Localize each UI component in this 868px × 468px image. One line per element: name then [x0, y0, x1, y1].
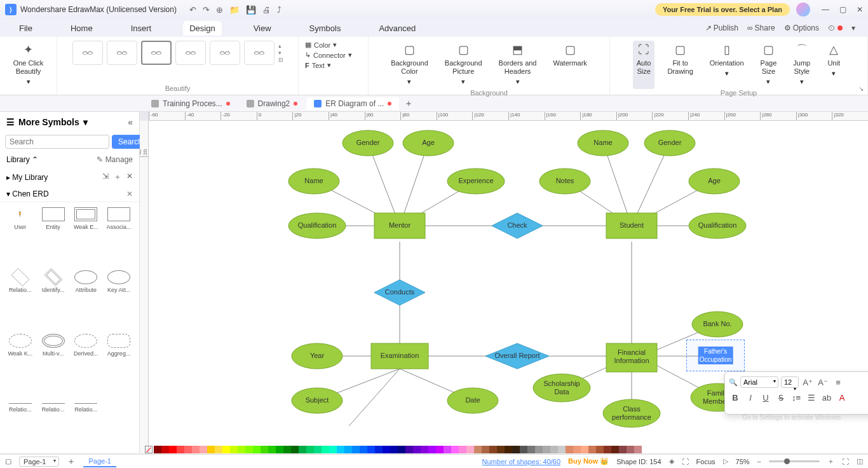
color-swatch[interactable]: [268, 446, 276, 453]
dialog-launcher-icon[interactable]: ↘: [858, 85, 864, 92]
shape-item[interactable]: Aggreg...: [104, 334, 134, 392]
auto-size-button[interactable]: ⛶Auto Size: [633, 41, 655, 89]
page-tab[interactable]: Page-1: [83, 456, 116, 467]
color-swatch[interactable]: [505, 446, 512, 453]
layers-icon[interactable]: ◈: [669, 457, 674, 465]
style-thumb[interactable]: ⬭⬭: [72, 41, 103, 65]
color-swatch[interactable]: [566, 446, 573, 453]
color-swatch[interactable]: [352, 446, 360, 453]
focus-button[interactable]: Focus: [696, 458, 715, 465]
style-thumb[interactable]: ⬭⬭: [107, 41, 137, 65]
my-library-item[interactable]: ▸ My Library: [6, 173, 48, 182]
lib-close-icon[interactable]: ✕: [126, 172, 133, 182]
color-swatch[interactable]: [238, 446, 245, 453]
orientation-button[interactable]: ▯Orientation ▾: [706, 41, 748, 89]
close-icon[interactable]: ✕: [857, 5, 863, 14]
fit-drawing-button[interactable]: ▢Fit to Drawing: [663, 41, 696, 89]
buy-now-button[interactable]: Buy Now 👑: [568, 457, 609, 465]
menu-insert[interactable]: Insert: [125, 21, 158, 36]
color-swatch[interactable]: [619, 446, 627, 453]
user-avatar[interactable]: [796, 3, 810, 17]
gallery-up-icon[interactable]: ▴: [278, 43, 283, 49]
new-icon[interactable]: ⊕: [216, 5, 223, 15]
color-swatch[interactable]: [550, 446, 558, 453]
editing-text[interactable]: Father'sOccupation: [698, 347, 733, 364]
color-swatch[interactable]: [299, 446, 306, 453]
menu-dropdown-icon[interactable]: ▾: [851, 24, 855, 32]
color-swatch[interactable]: [314, 446, 322, 453]
color-swatch[interactable]: [634, 446, 642, 453]
color-swatch[interactable]: [283, 446, 291, 453]
shape-item[interactable]: Attribute: [71, 270, 102, 328]
options-button[interactable]: ⚙ Options: [784, 24, 819, 32]
lib-add-icon[interactable]: ＋: [114, 172, 121, 182]
fit-view-icon[interactable]: ⛶: [682, 458, 689, 465]
publish-button[interactable]: ↗ Publish: [705, 24, 738, 32]
borders-headers-button[interactable]: ⬒Borders and Headers ▾: [495, 41, 541, 89]
section-close-icon[interactable]: ✕: [126, 189, 133, 198]
color-swatch[interactable]: [253, 446, 261, 453]
export-icon[interactable]: ⤴: [277, 5, 281, 15]
bullet-list-icon[interactable]: ☰: [805, 391, 818, 404]
library-label[interactable]: Library ⌃: [6, 155, 38, 164]
gallery-more-icon[interactable]: ⊟: [278, 57, 283, 63]
fill-color-icon[interactable]: ab: [820, 391, 833, 404]
color-swatch[interactable]: [451, 446, 459, 453]
no-fill-swatch[interactable]: [145, 446, 153, 453]
canvas-area[interactable]: -60-40-200|20|40|60|80|100|120|140|160|1…: [140, 112, 868, 453]
page-select[interactable]: Page-1: [19, 457, 59, 467]
color-swatch[interactable]: [604, 446, 611, 453]
fullscreen-icon[interactable]: ⛶: [842, 458, 849, 465]
file-tab[interactable]: Training Proces...: [144, 97, 238, 110]
shape-item[interactable]: Weak E...: [71, 207, 102, 265]
collapse-sidebar-icon[interactable]: «: [128, 117, 133, 127]
color-swatch[interactable]: [535, 446, 543, 453]
color-swatch[interactable]: [322, 446, 329, 453]
menu-file[interactable]: File: [13, 21, 39, 36]
menu-symbols[interactable]: Symbols: [303, 21, 348, 36]
font-family-select[interactable]: Arial: [740, 376, 778, 388]
zoom-slider[interactable]: [769, 460, 820, 462]
shape-item[interactable]: Relatio...: [5, 270, 36, 328]
presentation-icon[interactable]: ▷: [723, 457, 728, 465]
color-swatch[interactable]: [627, 446, 634, 453]
print-icon[interactable]: 🖨: [262, 5, 271, 15]
text-color-icon[interactable]: A: [836, 391, 848, 404]
connector-button[interactable]: ↳ Connector ▾: [305, 51, 352, 59]
share-button[interactable]: ∞ Share: [747, 24, 775, 32]
bg-color-button[interactable]: ▢Background Color ▾: [387, 41, 432, 89]
color-swatch[interactable]: [200, 446, 207, 453]
italic-icon[interactable]: I: [744, 391, 757, 404]
color-swatch[interactable]: [459, 446, 466, 453]
color-swatch[interactable]: [413, 446, 421, 453]
add-page-button[interactable]: ＋: [67, 456, 76, 467]
color-swatch[interactable]: [390, 446, 398, 453]
color-swatch[interactable]: [474, 446, 482, 453]
shape-item[interactable]: Identify...: [38, 270, 69, 328]
color-swatch[interactable]: [520, 446, 527, 453]
file-tab[interactable]: ER Diagram of ...: [306, 97, 399, 110]
manage-button[interactable]: ✎ Manage: [97, 155, 133, 164]
color-swatch[interactable]: [512, 446, 520, 453]
color-swatch[interactable]: [543, 446, 550, 453]
zoom-value[interactable]: 75%: [736, 458, 750, 465]
color-swatch[interactable]: [245, 446, 253, 453]
selection-box[interactable]: Father'sOccupation: [686, 340, 745, 371]
color-swatch[interactable]: [428, 446, 436, 453]
bold-icon[interactable]: B: [729, 391, 742, 404]
style-thumb[interactable]: ⬭⬭: [210, 41, 240, 65]
color-swatch[interactable]: [276, 446, 283, 453]
color-swatch[interactable]: [230, 446, 238, 453]
shape-item[interactable]: Relatio...: [71, 397, 102, 448]
color-swatch[interactable]: [207, 446, 215, 453]
color-swatch[interactable]: [489, 446, 497, 453]
color-swatch[interactable]: [444, 446, 451, 453]
one-click-beautify-button[interactable]: ✦ One Click Beautify ▾: [10, 41, 48, 89]
file-tab[interactable]: Drawing2: [239, 97, 306, 110]
color-swatch[interactable]: [527, 446, 535, 453]
menu-design[interactable]: Design: [183, 21, 221, 36]
redo-icon[interactable]: ↷: [203, 5, 210, 15]
color-swatch[interactable]: [405, 446, 413, 453]
lib-export-icon[interactable]: ⇲: [102, 172, 109, 182]
zoom-out-icon[interactable]: −: [757, 458, 761, 465]
